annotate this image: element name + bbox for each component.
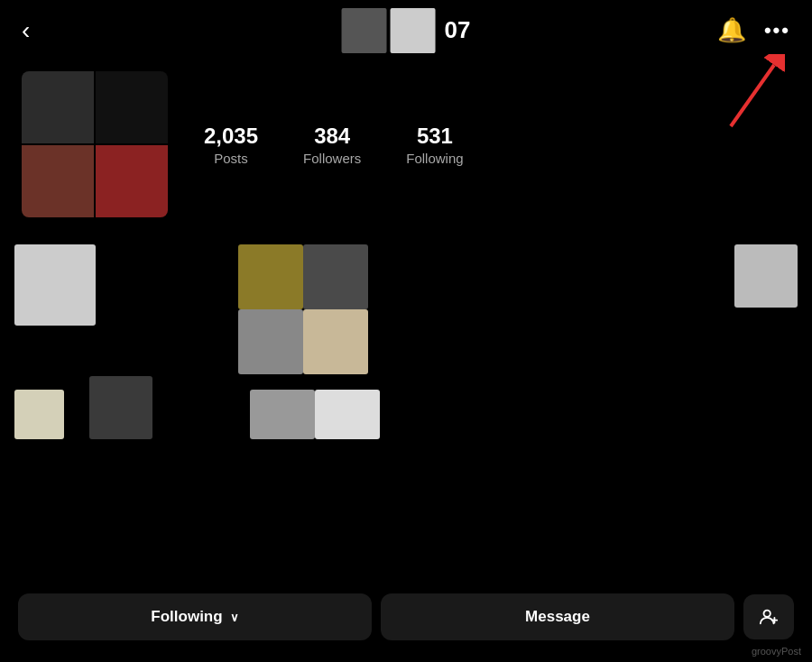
swatch-olive[interactable] bbox=[238, 244, 303, 309]
message-button-label: Message bbox=[525, 608, 590, 625]
action-bar: Following ∨ Message bbox=[0, 593, 812, 640]
header-color-block-light bbox=[391, 8, 436, 53]
stat-followers[interactable]: 384 Followers bbox=[303, 124, 361, 166]
swatch-near-white[interactable] bbox=[315, 390, 380, 439]
avatar-cell-1 bbox=[22, 71, 94, 143]
followers-count: 384 bbox=[314, 124, 350, 149]
swatch-dark-gray-top[interactable] bbox=[303, 244, 368, 309]
profile-section: 2,035 Posts 384 Followers 531 Following bbox=[0, 53, 812, 235]
grid-row-2 bbox=[14, 376, 798, 439]
following-button[interactable]: Following ∨ bbox=[18, 593, 372, 640]
following-count: 531 bbox=[417, 124, 453, 149]
image-grid-section bbox=[0, 235, 812, 457]
header-center: 07 bbox=[342, 8, 471, 53]
add-person-icon bbox=[759, 607, 779, 627]
header-count: 07 bbox=[445, 16, 471, 44]
swatch-light-gray-right[interactable] bbox=[734, 244, 798, 308]
chevron-down-icon: ∨ bbox=[230, 611, 239, 624]
more-options-icon[interactable]: ••• bbox=[764, 19, 790, 42]
header-right: 🔔 ••• bbox=[717, 16, 790, 44]
stats-area: 2,035 Posts 384 Followers 531 Following bbox=[204, 124, 464, 166]
stat-posts: 2,035 Posts bbox=[204, 124, 258, 166]
followers-label: Followers bbox=[303, 151, 361, 166]
header-color-block-dark bbox=[342, 8, 387, 53]
stat-following[interactable]: 531 Following bbox=[406, 124, 463, 166]
header-left: ‹ bbox=[22, 18, 37, 43]
posts-label: Posts bbox=[214, 151, 248, 166]
back-button[interactable]: ‹ bbox=[22, 18, 30, 43]
bell-icon[interactable]: 🔔 bbox=[717, 16, 746, 44]
avatar-cell-2 bbox=[96, 71, 168, 143]
swatch-cream[interactable] bbox=[14, 390, 64, 439]
avatar-cell-3 bbox=[22, 145, 94, 217]
message-button[interactable]: Message bbox=[381, 593, 734, 640]
posts-count: 2,035 bbox=[204, 124, 258, 149]
swatch-charcoal[interactable] bbox=[89, 376, 152, 439]
add-friend-button[interactable] bbox=[743, 594, 794, 639]
swatch-mid-gray[interactable] bbox=[238, 309, 303, 374]
avatar-grid bbox=[22, 71, 168, 217]
header: ‹ 07 🔔 ••• bbox=[0, 0, 812, 53]
avatar-area bbox=[22, 71, 168, 217]
swatch-white-square[interactable] bbox=[14, 244, 96, 326]
grid-row-1 bbox=[14, 244, 798, 374]
swatch-light-gray-bottom-left[interactable] bbox=[250, 390, 315, 439]
swatch-tan[interactable] bbox=[303, 309, 368, 374]
following-label: Following bbox=[406, 151, 463, 166]
avatar-cell-4 bbox=[96, 145, 168, 217]
following-button-label: Following bbox=[151, 608, 222, 626]
watermark: groovyPost bbox=[752, 646, 801, 657]
svg-point-2 bbox=[764, 611, 770, 617]
